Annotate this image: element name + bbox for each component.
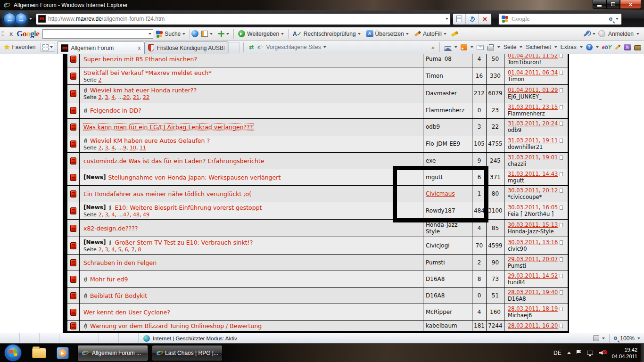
thread-title-link[interactable]: Großer Stern TV Test zu E10: Verbrauch s… bbox=[115, 239, 253, 246]
goto-lastpost-icon[interactable] bbox=[560, 172, 563, 176]
ebay-icon[interactable]: ebY bbox=[602, 44, 611, 50]
mail-icon[interactable] bbox=[477, 45, 484, 50]
page-link[interactable]: 3 bbox=[105, 145, 108, 151]
taskbar-button-last-chaos[interactable]: e Last Chaos | RPG |... bbox=[152, 345, 223, 361]
volume-muted-icon[interactable] bbox=[599, 350, 606, 356]
thread-title-link[interactable]: Beiblatt für Bodykit bbox=[90, 292, 147, 299]
show-desktop-button[interactable] bbox=[641, 344, 644, 362]
lastpost-date-link[interactable]: 30.03.2011, 16:05 bbox=[508, 204, 558, 211]
page-link[interactable]: 5 bbox=[118, 247, 121, 253]
home-icon[interactable] bbox=[445, 46, 451, 50]
rss-feed-icon[interactable] bbox=[461, 44, 467, 50]
goto-lastpost-icon[interactable] bbox=[560, 257, 563, 262]
goto-lastpost-icon[interactable] bbox=[560, 139, 563, 143]
page-link[interactable]: 48 bbox=[133, 212, 140, 218]
media-player-icon[interactable]: ▶ bbox=[57, 347, 69, 359]
forward-button[interactable]: → bbox=[15, 13, 27, 25]
stop-button[interactable]: × bbox=[479, 14, 491, 25]
goto-lastpost-icon[interactable] bbox=[560, 122, 563, 126]
lastpost-date-link[interactable]: 31.03.2011, 19:11 bbox=[508, 137, 558, 144]
tab-fristlose-kuendigung[interactable]: Fristlose Kündigung AUSBI... bbox=[144, 41, 228, 54]
address-bar[interactable]: m http://www.maxrev.de/allgemein-forum-f… bbox=[36, 13, 451, 25]
page-link[interactable]: 3 bbox=[105, 247, 108, 253]
lastpost-date-link[interactable]: 01.04.2011, 11:52 bbox=[508, 54, 558, 59]
goto-lastpost-icon[interactable] bbox=[560, 290, 563, 295]
thread-title-link[interactable]: Warnung vor dem Blizzard Tuning Onlinesh… bbox=[90, 322, 262, 329]
page-link[interactable]: 47 bbox=[123, 212, 130, 218]
close-button[interactable]: × bbox=[620, 0, 641, 9]
page-menu[interactable]: Seite bbox=[504, 44, 516, 50]
thread-title-link[interactable]: Wer kennt den User Cyclone? bbox=[83, 309, 170, 316]
search-box[interactable]: Google bbox=[498, 13, 622, 25]
addon-case-icon[interactable] bbox=[634, 45, 641, 50]
goto-lastpost-icon[interactable] bbox=[560, 88, 563, 92]
autofill-button[interactable]: AutoFill bbox=[412, 29, 449, 39]
taskbar-button-allgemein-forum[interactable]: e Allgemein Forum ... bbox=[77, 345, 148, 361]
minimize-button[interactable] bbox=[593, 0, 606, 9]
page-link[interactable]: 49 bbox=[143, 212, 149, 218]
quick-tabs-button[interactable] bbox=[40, 43, 55, 52]
page-link[interactable]: 2 bbox=[98, 212, 101, 218]
thread-title-link[interactable]: Super benzin mit 85 Ethanol mischen? bbox=[83, 56, 197, 63]
goto-lastpost-icon[interactable] bbox=[560, 71, 563, 75]
language-indicator[interactable]: DE bbox=[553, 350, 561, 356]
thread-title-link[interactable]: Stellungnahme von Honda Japan: Werkspaus… bbox=[108, 174, 281, 181]
goto-lastpost-icon[interactable] bbox=[560, 274, 563, 278]
print-icon[interactable] bbox=[487, 46, 494, 50]
zoom-icon[interactable] bbox=[614, 337, 617, 340]
page-link[interactable]: 2 bbox=[98, 94, 101, 100]
overflow-chevron[interactable]: » bbox=[431, 44, 435, 51]
tools-menu[interactable]: Extras bbox=[561, 44, 577, 50]
page-link[interactable]: 11 bbox=[140, 145, 146, 151]
recent-pages-dropdown[interactable] bbox=[29, 18, 32, 20]
suggested-sites-button[interactable]: ⇄ e Vorgeschlagene Sites bbox=[249, 43, 326, 51]
thread-title-link[interactable]: E10: Weitere Biosprit-Einführung vorerst… bbox=[115, 204, 262, 211]
lastpost-date-link[interactable]: 29.03.2011, 20:07 bbox=[508, 256, 558, 263]
help-icon[interactable]: ? bbox=[586, 44, 593, 50]
page-link[interactable]: 6 bbox=[124, 247, 128, 253]
toolbar-close-icon[interactable]: x bbox=[9, 30, 13, 37]
goto-lastpost-icon[interactable] bbox=[560, 189, 563, 193]
page-link[interactable]: 3 bbox=[105, 212, 108, 218]
page-link[interactable]: 4 bbox=[111, 94, 115, 100]
lastpost-date-link[interactable]: 28.03.2011, 19:40 bbox=[508, 289, 558, 296]
lastpost-date-link[interactable]: 28.03.2011, 18:19 bbox=[508, 305, 558, 312]
tab-allgemein-forum[interactable]: m Allgemein Forum x bbox=[57, 41, 144, 54]
action-center-icon[interactable] bbox=[577, 350, 581, 354]
page-link[interactable]: 2 bbox=[98, 77, 101, 83]
thread-title-link[interactable]: Schrauben in den Felgen bbox=[83, 259, 157, 266]
network-icon[interactable] bbox=[587, 351, 593, 355]
google-earth-icon[interactable] bbox=[191, 30, 198, 37]
page-link[interactable]: 9 bbox=[123, 145, 126, 151]
thread-title-link[interactable]: Mohr für ed9 bbox=[90, 276, 128, 283]
lastpost-date-link[interactable]: 28.03.2011, 16:20 bbox=[508, 322, 558, 329]
share-button[interactable]: Weitergeben bbox=[235, 29, 287, 39]
search-provider-dropdown[interactable] bbox=[616, 18, 619, 20]
page-link[interactable]: 2 bbox=[98, 247, 101, 253]
lastpost-date-link[interactable]: 31.03.2011, 14:43 bbox=[508, 171, 558, 177]
thread-title-link[interactable]: Wieviel km hat euer Honda runter?? bbox=[90, 87, 197, 94]
lastpost-date-link[interactable]: 31.03.2011, 20:24 bbox=[508, 120, 558, 127]
lastpost-date-link[interactable]: 31.03.2011, 23:15 bbox=[508, 104, 558, 110]
thread-title-link[interactable]: Streitfall bei Verkauf *Maxrev meldet eu… bbox=[83, 69, 212, 76]
thread-title-link[interactable]: Felgendoc in DD? bbox=[90, 107, 141, 114]
lastpost-date-link[interactable]: 30.03.2011, 13:16 bbox=[508, 239, 558, 246]
lastpost-date-link[interactable]: 30.03.2011, 20:12 bbox=[508, 187, 558, 194]
sidebar-button[interactable] bbox=[198, 29, 215, 38]
goto-lastpost-icon[interactable] bbox=[560, 156, 563, 160]
translate-button[interactable]: AÜbersetzen bbox=[363, 29, 412, 39]
spellcheck-button[interactable]: A✓Rechtschreibprüfung bbox=[290, 29, 363, 39]
page-link[interactable]: 8 bbox=[138, 247, 141, 253]
lastpost-date-link[interactable]: 01.04.2011, 01:29 bbox=[508, 87, 558, 93]
thread-title-link[interactable]: Wieviel KM haben eure Autos Gelaufen ? bbox=[90, 137, 210, 144]
address-dropdown[interactable] bbox=[446, 18, 448, 20]
lastpost-date-link[interactable]: 30.03.2011, 15:13 bbox=[508, 222, 558, 228]
thread-title-link[interactable]: customindz.de Was ist das für ein Laden?… bbox=[83, 157, 264, 165]
page-link[interactable]: 20 bbox=[123, 94, 130, 100]
lastpost-date-link[interactable]: 29.03.2011, 14:52 bbox=[508, 272, 558, 279]
google-search-button[interactable]: Suche bbox=[153, 29, 188, 39]
goto-lastpost-icon[interactable] bbox=[560, 54, 563, 58]
thread-title-link[interactable]: x82-design.de???? bbox=[83, 225, 138, 232]
add-gadgets-button[interactable] bbox=[215, 29, 232, 38]
thread-title-link[interactable]: Ein Hondafahrer aus meiner nähe tödlich … bbox=[83, 190, 251, 197]
